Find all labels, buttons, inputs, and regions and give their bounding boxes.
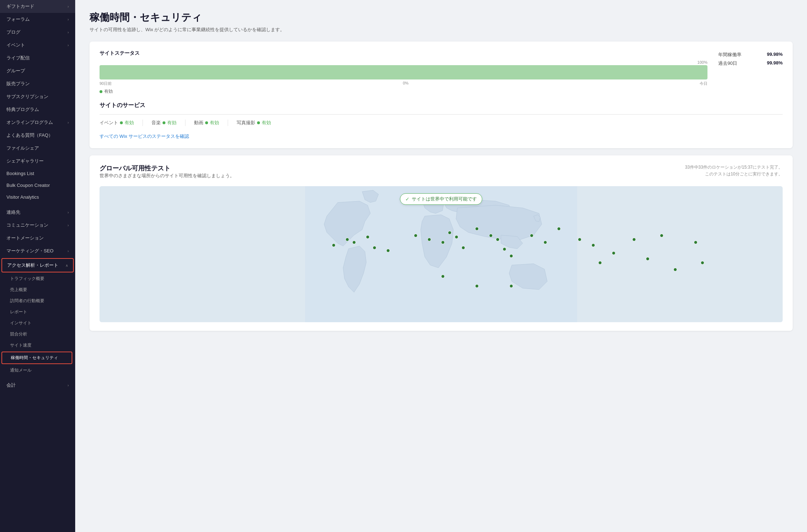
status-left: サイトステータス 100% 90日前 0% 今日 有効 (100, 50, 707, 95)
location-dot (489, 234, 493, 237)
sidebar-item-label: よくある質問（FAQ） (6, 132, 53, 139)
bar-bottom-label: 0% (403, 81, 409, 86)
past90-value: 99.98% (767, 60, 783, 67)
sidebar-item-label: ライブ配信 (6, 55, 30, 61)
location-dot (414, 234, 417, 237)
sidebar-sub-visitor-behavior[interactable]: 訪問者の行動概要 (0, 295, 75, 306)
sidebar: ギフトカード › フォーラム › ブログ › イベント › ライブ配信 グループ… (0, 0, 75, 532)
sidebar-item-visitor-analytics[interactable]: Visitor Analytics (0, 191, 75, 203)
sidebar-item-event[interactable]: イベント › (0, 39, 75, 52)
sidebar-sub-label: 競合分析 (10, 332, 27, 337)
sidebar-item-group[interactable]: グループ (0, 64, 75, 77)
sidebar-sub-insight[interactable]: インサイト (0, 318, 75, 329)
sidebar-item-faq[interactable]: よくある質問（FAQ） (0, 129, 75, 142)
status-bar-labels: 90日前 0% 今日 (100, 81, 707, 86)
sidebar-item-marketing-seo[interactable]: マーケティング・SEO › (0, 245, 75, 257)
sidebar-item-sales-plan[interactable]: 販売プラン (0, 77, 75, 90)
sidebar-item-automation[interactable]: オートメーション (0, 232, 75, 245)
location-dot (673, 268, 677, 271)
sidebar-item-forum[interactable]: フォーラム › (0, 13, 75, 26)
services-section: サイトのサービス イベント 有効 音楽 有効 動画 有効 (100, 102, 783, 140)
global-test-header: グローバル可用性テスト 世界中のさまざまな場所からのサイト可用性を確認しましょう… (100, 164, 783, 185)
map-badge-text: サイトは世界中で利用可能です (412, 196, 477, 202)
sidebar-item-online-program[interactable]: オンラインプログラム › (0, 116, 75, 129)
bar-top-label: 100% (697, 60, 707, 64)
sidebar-sub-label: サイト速度 (10, 343, 32, 348)
sidebar-item-subscription[interactable]: サブスクリプション (0, 90, 75, 103)
sidebar-sub-label: 訪問者の行動概要 (10, 298, 44, 303)
location-dot (332, 243, 335, 247)
service-status: 有効 (210, 120, 219, 126)
annual-uptime-label: 年間稼働率 (718, 52, 741, 58)
sidebar-sub-sales[interactable]: 売上概要 (0, 284, 75, 295)
global-test-title: グローバル可用性テスト (100, 164, 235, 173)
service-status-dot-icon (163, 121, 165, 124)
test-info-line2: このテストは10分ごとに実行できます。 (685, 171, 783, 178)
sidebar-item-label: 会計 (6, 382, 16, 388)
sidebar-item-live[interactable]: ライブ配信 (0, 52, 75, 64)
service-status: 有効 (125, 120, 134, 126)
bar-label-left: 90日前 (100, 81, 112, 86)
sidebar-sub-label: 売上概要 (10, 287, 27, 292)
status-bar-fill (100, 65, 707, 79)
sidebar-item-communication[interactable]: コミュニケーション › (0, 219, 75, 232)
sidebar-item-access-analytics[interactable]: アクセス解析・レポート ∧ (1, 258, 74, 272)
status-bar-top-labels: 100% (100, 60, 707, 64)
chevron-right-icon: › (68, 249, 69, 253)
sidebar-sub-uptime-security[interactable]: 稼働時間・セキュリティ (1, 352, 72, 364)
location-dot (578, 238, 581, 241)
services-link[interactable]: すべての Wix サービスのステータスを確認 (100, 133, 189, 140)
sidebar-item-label: Bookings List (6, 171, 34, 176)
sidebar-sub-competition[interactable]: 競合分析 (0, 329, 75, 340)
sidebar-item-file-share[interactable]: ファイルシェア (0, 142, 75, 155)
service-name: 動画 (194, 120, 203, 126)
chevron-right-icon: › (68, 30, 69, 34)
sidebar-sub-label: 稼働時間・セキュリティ (11, 355, 58, 360)
location-dot (441, 241, 445, 244)
sidebar-sub-site-speed[interactable]: サイト速度 (0, 340, 75, 351)
sidebar-sub-traffic[interactable]: トラフィック概要 (0, 273, 75, 284)
map-availability-badge: ✓ サイトは世界中で利用可能です (400, 193, 482, 205)
sidebar-item-blog[interactable]: ブログ › (0, 26, 75, 39)
status-active: 有効 (100, 88, 707, 95)
annual-uptime-row: 年間稼働率 99.98% (718, 52, 783, 58)
bar-label-right: 今日 (700, 81, 707, 86)
services-list: イベント 有効 音楽 有効 動画 有効 写真撮影 有効 (100, 114, 783, 129)
sidebar-sub-report[interactable]: レポート (0, 306, 75, 318)
sidebar-item-label: コミュニケーション (6, 222, 48, 228)
service-name: 写真撮影 (237, 120, 255, 126)
sidebar-sub-label: 通知メール (10, 368, 32, 373)
check-circle-icon: ✓ (405, 196, 410, 202)
chevron-right-icon: › (68, 43, 69, 47)
location-dot (509, 254, 513, 258)
sidebar-item-label: オートメーション (6, 235, 44, 241)
sidebar-item-bookings-list[interactable]: Bookings List (0, 168, 75, 179)
sidebar-item-share-gallery[interactable]: シェアギャラリー (0, 155, 75, 168)
sidebar-item-gift-card[interactable]: ギフトカード › (0, 0, 75, 13)
chevron-right-icon: › (68, 211, 69, 214)
service-item-event: イベント 有効 (100, 120, 143, 126)
sidebar-item-label: イベント (6, 42, 25, 48)
location-dot (503, 247, 506, 251)
service-item-video: 動画 有効 (194, 120, 228, 126)
page-title: 稼働時間・セキュリティ (90, 11, 793, 24)
active-dot-icon (100, 90, 102, 93)
sidebar-item-label: シェアギャラリー (6, 158, 44, 164)
sidebar-item-tokuten[interactable]: 特典プログラム (0, 103, 75, 116)
sidebar-item-contact[interactable]: 連絡先 › (0, 206, 75, 219)
sidebar-item-bulk-coupon[interactable]: Bulk Coupon Creator (0, 179, 75, 191)
service-status-dot-icon (120, 121, 123, 124)
sidebar-item-accounting[interactable]: 会計 › (0, 379, 75, 392)
site-status-card: サイトステータス 100% 90日前 0% 今日 有効 (90, 42, 793, 148)
sidebar-item-label: フォーラム (6, 16, 30, 23)
location-dot (694, 241, 697, 244)
sidebar-item-label: アクセス解析・レポート (7, 262, 58, 269)
sidebar-sub-notification-mail[interactable]: 通知メール (0, 365, 75, 376)
service-status-dot-icon (257, 121, 260, 124)
chevron-right-icon: › (68, 121, 69, 125)
world-map-svg (100, 186, 783, 322)
service-name: 音楽 (151, 120, 161, 126)
global-test-card: グローバル可用性テスト 世界中のさまざまな場所からのサイト可用性を確認しましょう… (90, 155, 793, 331)
location-dot (646, 257, 649, 261)
global-test-info: 33件中33件のロケーションが15:37にテスト完了。 このテストは10分ごとに… (685, 164, 783, 178)
